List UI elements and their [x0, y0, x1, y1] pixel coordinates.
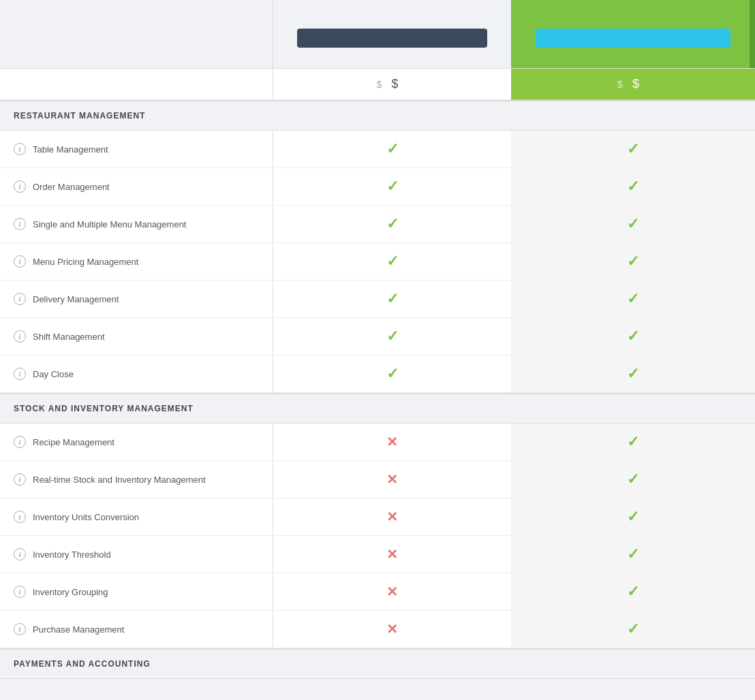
info-icon-1-2[interactable]: i — [14, 511, 26, 523]
info-icon-1-4[interactable]: i — [14, 586, 26, 598]
check-icon: ✓ — [627, 508, 639, 526]
section-title-0: RESTAURANT MANAGEMENT — [0, 100, 755, 131]
feature-basic-0-4: ✓ — [273, 281, 511, 317]
info-icon-0-2[interactable]: i — [14, 218, 26, 230]
feature-label-cell-0-6: iDay Close — [0, 355, 273, 392]
features-list-label-cell — [0, 69, 273, 100]
section-header-2: PAYMENTS AND ACCOUNTING — [0, 648, 755, 679]
info-icon-1-1[interactable]: i — [14, 473, 26, 486]
basic-pricing-cell: $ $ — [273, 69, 511, 100]
feature-row-0-4: iDelivery Management✓✓ — [0, 281, 755, 318]
check-icon: ✓ — [386, 328, 399, 345]
info-icon-0-1[interactable]: i — [14, 180, 26, 193]
feature-basic-0-1: ✓ — [273, 168, 511, 205]
feature-basic-1-4: ✕ — [273, 573, 511, 610]
feature-basic-1-5: ✕ — [273, 611, 511, 648]
feature-advanced-0-2: ✓ — [511, 206, 755, 242]
feature-label-1-4: Inventory Grouping — [33, 587, 108, 597]
feature-label-1-2: Inventory Units Conversion — [33, 512, 139, 522]
info-icon-0-3[interactable]: i — [14, 255, 26, 268]
check-icon: ✓ — [386, 290, 399, 308]
advanced-new-dollar: $ — [632, 77, 639, 91]
feature-row-0-6: iDay Close✓✓ — [0, 355, 755, 393]
check-icon: ✓ — [627, 583, 639, 601]
check-icon: ✓ — [627, 365, 639, 383]
check-icon: ✓ — [627, 328, 639, 345]
feature-label-0-6: Day Close — [33, 369, 74, 379]
feature-label-0-0: Table Management — [33, 144, 108, 155]
feature-basic-0-3: ✓ — [273, 243, 511, 280]
advanced-pricing-cell: $ $ — [511, 69, 755, 100]
basic-plan-header — [273, 0, 511, 68]
info-icon-1-5[interactable]: i — [14, 623, 26, 635]
feature-label-cell-0-2: iSingle and Multiple Menu Management — [0, 206, 273, 242]
feature-advanced-0-3: ✓ — [511, 243, 755, 280]
feature-basic-1-3: ✕ — [273, 536, 511, 573]
check-icon: ✓ — [627, 620, 639, 638]
info-icon-0-5[interactable]: i — [14, 330, 26, 343]
cross-icon: ✕ — [386, 621, 398, 637]
feature-label-cell-1-0: iRecipe Management — [0, 424, 273, 460]
feature-label-cell-0-3: iMenu Pricing Management — [0, 243, 273, 280]
check-icon: ✓ — [627, 140, 639, 158]
feature-advanced-1-0: ✓ — [511, 424, 755, 460]
feature-advanced-0-5: ✓ — [511, 318, 755, 355]
check-icon: ✓ — [386, 365, 399, 383]
cross-icon: ✕ — [386, 546, 398, 562]
feature-basic-1-2: ✕ — [273, 498, 511, 535]
feature-basic-1-1: ✕ — [273, 461, 511, 498]
check-icon: ✓ — [627, 253, 639, 270]
feature-label-cell-1-2: iInventory Units Conversion — [0, 498, 273, 535]
feature-advanced-1-2: ✓ — [511, 498, 755, 535]
check-icon: ✓ — [627, 215, 639, 233]
section-title-2: PAYMENTS AND ACCOUNTING — [0, 648, 755, 679]
feature-row-0-5: iShift Management✓✓ — [0, 318, 755, 355]
feature-basic-0-0: ✓ — [273, 131, 511, 168]
check-icon: ✓ — [627, 545, 639, 563]
info-icon-1-0[interactable]: i — [14, 436, 26, 448]
feature-label-cell-1-5: iPurchase Management — [0, 611, 273, 648]
feature-row-1-1: iReal-time Stock and Inventory Managemen… — [0, 461, 755, 498]
feature-label-cell-1-3: iInventory Threshold — [0, 536, 273, 573]
info-icon-0-4[interactable]: i — [14, 293, 26, 305]
feature-row-0-2: iSingle and Multiple Menu Management✓✓ — [0, 206, 755, 243]
feature-row-0-3: iMenu Pricing Management✓✓ — [0, 243, 755, 281]
feature-label-cell-0-5: iShift Management — [0, 318, 273, 355]
feature-basic-0-5: ✓ — [273, 318, 511, 355]
feature-row-1-4: iInventory Grouping✕✓ — [0, 573, 755, 611]
sections-container: RESTAURANT MANAGEMENTiTable Management✓✓… — [0, 100, 755, 679]
basic-trial-button[interactable] — [297, 29, 487, 48]
pricing-row: $ $ $ $ — [0, 68, 755, 100]
cross-icon: ✕ — [386, 471, 398, 488]
advanced-old-dollar: $ — [617, 79, 623, 90]
check-icon: ✓ — [386, 140, 399, 158]
feature-label-cell-1-4: iInventory Grouping — [0, 573, 273, 610]
feature-label-1-1: Real-time Stock and Inventory Management — [33, 475, 206, 485]
basic-new-dollar: $ — [391, 77, 398, 91]
cross-icon: ✕ — [386, 434, 398, 450]
feature-row-1-3: iInventory Threshold✕✓ — [0, 536, 755, 573]
feature-label-0-4: Delivery Management — [33, 294, 119, 304]
check-icon: ✓ — [386, 178, 399, 195]
feature-advanced-0-1: ✓ — [511, 168, 755, 205]
cross-icon: ✕ — [386, 509, 398, 525]
check-icon: ✓ — [627, 290, 639, 308]
info-icon-0-0[interactable]: i — [14, 143, 26, 155]
feature-basic-0-2: ✓ — [273, 206, 511, 242]
feature-label-1-3: Inventory Threshold — [33, 550, 111, 560]
feature-row-1-5: iPurchase Management✕✓ — [0, 611, 755, 648]
section-header-0: RESTAURANT MANAGEMENT — [0, 100, 755, 131]
feature-label-0-3: Menu Pricing Management — [33, 257, 138, 267]
check-icon: ✓ — [627, 178, 639, 195]
cross-icon: ✕ — [386, 584, 398, 600]
info-icon-0-6[interactable]: i — [14, 368, 26, 380]
advanced-trial-button[interactable] — [536, 29, 730, 48]
check-icon: ✓ — [627, 433, 639, 451]
check-icon: ✓ — [627, 471, 639, 488]
feature-advanced-0-4: ✓ — [511, 281, 755, 317]
feature-label-cell-1-1: iReal-time Stock and Inventory Managemen… — [0, 461, 273, 498]
check-icon: ✓ — [386, 215, 399, 233]
feature-label-1-0: Recipe Management — [33, 437, 114, 447]
info-icon-1-3[interactable]: i — [14, 548, 26, 560]
section-title-1: STOCK AND INVENTORY MANAGEMENT — [0, 393, 755, 424]
